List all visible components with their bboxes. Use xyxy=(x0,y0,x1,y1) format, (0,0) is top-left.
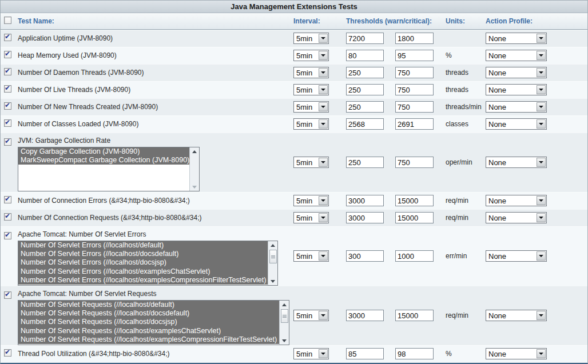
row-checkbox[interactable] xyxy=(4,138,11,146)
row-checkbox[interactable] xyxy=(4,349,11,357)
interval-select[interactable]: 5min xyxy=(293,50,329,61)
action-profile-select[interactable]: None xyxy=(486,348,547,359)
row-checkbox[interactable] xyxy=(4,119,11,127)
row-checkbox[interactable] xyxy=(4,68,11,75)
warn-threshold-input[interactable] xyxy=(346,310,384,321)
interval-select[interactable]: 5min xyxy=(293,195,329,206)
listbox-option[interactable]: MarkSweepCompact Garbage Collection (JVM… xyxy=(18,156,189,165)
interval-select[interactable]: 5min xyxy=(293,101,329,113)
listbox-option[interactable]: Number Of Servlet Requests (//localhost/… xyxy=(18,327,279,335)
scroll-thumb[interactable] xyxy=(269,250,277,263)
metric-listbox[interactable]: Number Of Servlet Errors (//localhost/de… xyxy=(18,241,278,286)
critical-threshold-input[interactable] xyxy=(395,157,434,168)
dropdown-arrow-icon xyxy=(537,251,546,261)
scroll-up-icon[interactable] xyxy=(280,301,289,309)
scroll-up-icon[interactable] xyxy=(268,241,277,249)
interval-select[interactable]: 5min xyxy=(293,310,329,321)
warn-threshold-input[interactable] xyxy=(346,212,384,223)
row-checkbox[interactable] xyxy=(4,102,11,110)
listbox-option[interactable]: Number Of Servlet Requests (//localhost/… xyxy=(18,309,279,318)
row-checkbox[interactable] xyxy=(4,34,11,41)
critical-threshold-input[interactable] xyxy=(395,310,434,321)
action-profile-select[interactable]: None xyxy=(486,101,547,113)
listbox-option[interactable]: Number Of Servlet Errors (//localhost/ex… xyxy=(18,276,268,285)
critical-threshold-input[interactable] xyxy=(395,348,434,359)
action-profile-select[interactable]: None xyxy=(486,157,547,168)
row-checkbox[interactable] xyxy=(4,85,11,93)
interval-select[interactable]: 5min xyxy=(293,157,329,168)
listbox-option[interactable]: Number Of Servlet Requests (//localhost/… xyxy=(18,318,279,326)
metric-listbox[interactable]: Copy Garbage Collection (JVM-8090)MarkSw… xyxy=(18,147,200,191)
row-checkbox[interactable] xyxy=(4,213,11,221)
row-checkbox[interactable] xyxy=(4,291,11,299)
action-profile-select[interactable]: None xyxy=(486,310,547,321)
critical-threshold-input[interactable] xyxy=(395,101,434,113)
critical-threshold-input[interactable] xyxy=(395,84,434,95)
warn-threshold-input[interactable] xyxy=(346,250,384,262)
scroll-thumb[interactable] xyxy=(281,309,288,323)
interval-select[interactable]: 5min xyxy=(293,212,329,223)
action-profile-select[interactable]: None xyxy=(486,195,547,206)
row-checkbox[interactable] xyxy=(4,51,11,58)
warn-threshold-input[interactable] xyxy=(346,118,384,130)
critical-threshold-input[interactable] xyxy=(395,195,434,206)
listbox-options: Copy Garbage Collection (JVM-8090)MarkSw… xyxy=(18,147,189,191)
dropdown-arrow-icon xyxy=(537,68,546,77)
interval-select[interactable]: 5min xyxy=(293,118,329,130)
action-profile-select[interactable]: None xyxy=(486,67,547,78)
action-profile-select[interactable]: None xyxy=(486,50,547,61)
scroll-down-icon[interactable] xyxy=(280,337,289,345)
row-checkbox[interactable] xyxy=(4,232,11,239)
listbox-option[interactable]: Number Of Servlet Errors (//localhost/de… xyxy=(18,241,268,250)
test-name: Heap Memory Used (JVM-8090) xyxy=(18,51,117,59)
listbox-scrollbar[interactable] xyxy=(279,301,289,345)
warn-threshold-input[interactable] xyxy=(346,195,384,206)
critical-threshold-input[interactable] xyxy=(395,67,434,78)
warn-threshold-input[interactable] xyxy=(346,67,384,78)
warn-threshold-input[interactable] xyxy=(346,50,384,61)
listbox-option[interactable]: Number Of Servlet Errors (//localhost/do… xyxy=(18,250,268,258)
listbox-option[interactable]: Number Of Servlet Errors (//localhost/ex… xyxy=(18,267,268,276)
warn-threshold-input[interactable] xyxy=(346,84,384,95)
listbox-option[interactable]: Number Of Servlet Requests (//localhost/… xyxy=(18,335,279,344)
row-checkbox[interactable] xyxy=(4,196,11,203)
scroll-up-icon[interactable] xyxy=(190,147,199,155)
listbox-options: Number Of Servlet Requests (//localhost/… xyxy=(18,301,279,345)
interval-select[interactable]: 5min xyxy=(293,250,329,262)
critical-threshold-input[interactable] xyxy=(395,50,434,61)
listbox-option[interactable]: Number Of Servlet Requests (//localhost/… xyxy=(18,301,279,309)
critical-threshold-input[interactable] xyxy=(395,118,434,130)
critical-threshold-input[interactable] xyxy=(395,212,434,223)
action-profile-select[interactable]: None xyxy=(486,84,547,95)
dropdown-arrow-icon xyxy=(537,34,546,43)
scroll-down-icon[interactable] xyxy=(268,277,277,285)
dropdown-arrow-icon xyxy=(319,68,328,77)
action-profile-select[interactable]: None xyxy=(486,33,547,44)
warn-threshold-input[interactable] xyxy=(346,157,384,168)
interval-select[interactable]: 5min xyxy=(293,348,329,359)
action-profile-select[interactable]: None xyxy=(486,212,547,223)
interval-select[interactable]: 5min xyxy=(293,67,329,78)
dropdown-arrow-icon xyxy=(319,119,328,129)
listbox-option[interactable]: Copy Garbage Collection (JVM-8090) xyxy=(18,147,189,156)
scroll-down-icon[interactable] xyxy=(190,183,199,191)
select-all-checkbox[interactable] xyxy=(4,17,11,24)
metric-listbox[interactable]: Number Of Servlet Requests (//localhost/… xyxy=(18,300,289,345)
listbox-option[interactable]: Number Of Servlet Errors (//localhost/do… xyxy=(18,258,268,267)
warn-threshold-input[interactable] xyxy=(346,101,384,113)
interval-select[interactable]: 5min xyxy=(293,33,329,44)
listbox-scrollbar[interactable] xyxy=(268,241,277,285)
interval-select[interactable]: 5min xyxy=(293,84,329,95)
action-profile-select[interactable]: None xyxy=(486,118,547,130)
dropdown-arrow-icon xyxy=(537,51,546,60)
action-profile-value: None xyxy=(486,157,536,167)
critical-threshold-input[interactable] xyxy=(395,33,434,44)
warn-threshold-input[interactable] xyxy=(346,348,384,359)
critical-threshold-input[interactable] xyxy=(395,250,434,262)
action-profile-select[interactable]: None xyxy=(486,250,547,262)
warn-threshold-input[interactable] xyxy=(346,33,384,44)
listbox-scrollbar[interactable] xyxy=(189,147,199,191)
action-profile-value: None xyxy=(486,349,536,359)
action-profile-value: None xyxy=(486,213,536,223)
units-label: req/min xyxy=(446,214,468,222)
